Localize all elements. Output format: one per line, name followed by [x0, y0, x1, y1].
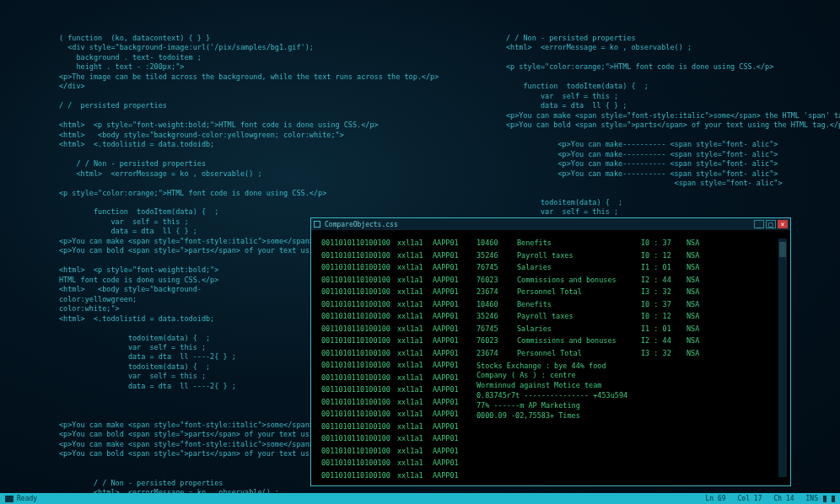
scroll-thumb[interactable]	[779, 242, 786, 257]
status-ch: Ch 14	[773, 495, 794, 502]
maximize-button[interactable]: □	[766, 220, 776, 228]
status-pill	[823, 496, 827, 502]
scrollbar[interactable]	[778, 239, 787, 477]
code-column: 1046035246767457602323674104603524676745…	[477, 239, 507, 357]
status-ins: INS	[806, 495, 818, 502]
status-bar: Ready Ln 69 Col 17 Ch 14 INS	[0, 493, 840, 504]
status-icon	[5, 496, 13, 502]
compare-objects-window: CompareObjects.css _ □ × 001101011010010…	[310, 217, 791, 486]
close-button[interactable]: ×	[778, 220, 788, 228]
notes-block: Stocks Exchange : bye 44% foodCompany ( …	[477, 362, 713, 421]
window-body: 0011010110100100001101011010010000110101…	[311, 230, 790, 485]
status-pill2	[832, 496, 835, 502]
background-code-right: / / Non - persisted properties <html> <e…	[506, 34, 810, 227]
status-col: Col 17	[738, 495, 762, 502]
window-titlebar[interactable]: CompareObjects.css _ □ ×	[311, 218, 790, 230]
window-icon	[314, 221, 320, 228]
status-ln: Ln 69	[705, 495, 725, 502]
status-ready: Ready	[17, 495, 37, 502]
xx-column: xxl1a1xxl1a1xxl1a1xxl1a1xxl1a1xxl1a1xxl1…	[397, 239, 423, 477]
app-column: AAPP01AAPP01AAPP01AAPP01AAPP01AAPP01AAPP…	[433, 239, 466, 477]
binary-column: 0011010110100100001101011010010000110101…	[321, 239, 387, 477]
name-column: BenefitsPayroll taxesSalariesCommissions…	[517, 239, 631, 357]
tag-column: NSANSANSANSANSANSANSANSANSANSA	[687, 239, 713, 357]
time-column: I0 : 37I0 : 12I1 : 01I2 : 44I3 : 32I0 : …	[641, 239, 676, 357]
minimize-button[interactable]: _	[754, 220, 764, 228]
window-title: CompareObjects.css	[325, 221, 398, 228]
